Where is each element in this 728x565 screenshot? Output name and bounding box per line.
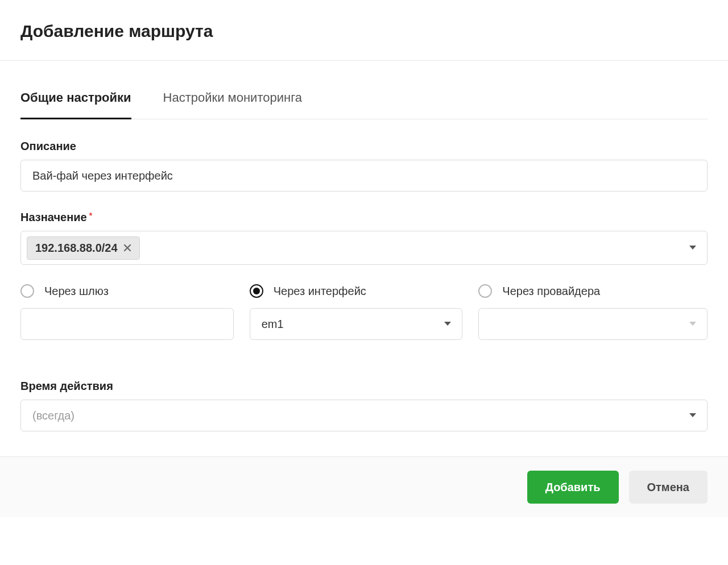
chevron-down-icon [689,413,697,418]
time-select[interactable]: (всегда) [20,400,708,431]
field-description: Описание [20,140,708,192]
radio-icon [20,284,34,298]
add-button[interactable]: Добавить [527,471,619,504]
radio-via-interface[interactable]: Через интерфейс [250,284,479,298]
gateway-input[interactable] [20,308,234,340]
close-icon[interactable] [123,244,131,252]
destination-chip[interactable]: 192.168.88.0/24 [27,236,140,260]
page-header: Добавление маршрута [0,0,728,60]
page-title: Добавление маршрута [20,22,708,41]
field-destination: Назначение* 192.168.88.0/24 [20,211,708,265]
destination-label: Назначение* [20,211,708,224]
chevron-down-icon [444,321,452,327]
description-input[interactable] [20,160,708,192]
chevron-down-icon [689,321,697,327]
radio-via-provider[interactable]: Через провайдера [478,284,708,298]
provider-select[interactable] [478,308,708,340]
interface-select[interactable]: em1 [250,308,463,340]
radio-icon [250,284,263,298]
destination-select[interactable]: 192.168.88.0/24 [20,231,708,265]
divider [0,60,728,61]
required-asterisk: * [89,211,92,220]
footer: Добавить Отмена [0,456,728,517]
chevron-down-icon [689,245,697,251]
description-label: Описание [20,140,708,153]
via-radio-group: Через шлюз Через интерфейс em1 [20,284,708,340]
field-time: Время действия (всегда) [20,380,708,431]
time-label: Время действия [20,380,708,393]
radio-icon [478,284,492,298]
radio-via-gateway[interactable]: Через шлюз [20,284,250,298]
tab-general-settings[interactable]: Общие настройки [20,90,131,119]
tabs: Общие настройки Настройки мониторинга [20,90,708,119]
cancel-button[interactable]: Отмена [629,471,708,504]
tab-monitoring-settings[interactable]: Настройки мониторинга [163,90,302,119]
